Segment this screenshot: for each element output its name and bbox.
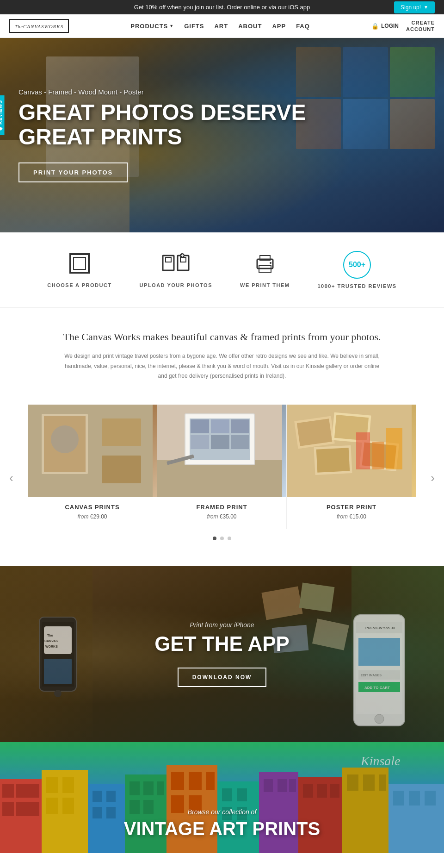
svg-text:ADD TO CART: ADD TO CART [364, 686, 390, 690]
from-label: from [77, 513, 88, 520]
svg-text:CANVAS: CANVAS [44, 639, 58, 643]
svg-rect-62 [261, 586, 302, 620]
from-label: from [337, 513, 348, 520]
dot-1[interactable] [213, 537, 216, 540]
lock-icon: 🔒 [371, 23, 379, 30]
reviews-tab[interactable]: ◆ REVIEWS [0, 95, 5, 135]
svg-rect-53 [356, 622, 402, 714]
product-framed-name: FRAMED PRINT [157, 504, 286, 511]
step-reviews-label: 1000+ TRUSTED REVIEWS [318, 283, 397, 289]
header: TheCANVASWORKS PRODUCTS ▼ GIFTS ART ABOU… [0, 14, 444, 38]
login-label: LOGIN [381, 23, 399, 29]
svg-text:PREVIEW  €65.00: PREVIEW €65.00 [365, 626, 395, 630]
svg-rect-3 [166, 257, 171, 262]
from-label: from [207, 513, 218, 520]
app-content: Print from your iPhone GET THE APP DOWNL… [154, 621, 290, 687]
about-text: We design and print vintage travel poste… [60, 351, 384, 381]
steps-section: CHOOSE A PRODUCT UPLOAD YOUR PHOTOS [0, 232, 444, 308]
hero-title: GREAT PHOTOS DESERVE GREAT PRINTS [18, 100, 342, 150]
art-content: Browse our collection of VINTAGE ART PRI… [124, 808, 320, 839]
svg-rect-43 [287, 405, 412, 497]
hero-subtitle: Canvas - Framed - Wood Mount - Poster [18, 88, 426, 96]
step-reviews: 500+ 1000+ TRUSTED REVIEWS [318, 251, 397, 289]
svg-rect-63 [299, 582, 334, 612]
carousel-dots [0, 529, 444, 548]
app-subtitle: Print from your iPhone [154, 621, 290, 629]
upload-icon [162, 252, 190, 278]
carousel-prev-button[interactable]: ‹ [5, 467, 18, 490]
main-nav: PRODUCTS ▼ GIFTS ART ABOUT APP FAQ [130, 23, 310, 30]
header-right: 🔒 LOGIN CREATEACCOUNT [371, 19, 435, 33]
create-account-link[interactable]: CREATEACCOUNT [406, 19, 435, 33]
nav-faq[interactable]: FAQ [296, 23, 310, 30]
art-section: Kinsale Browse our collection of VINTAGE… [0, 742, 444, 853]
promo-text: Get 10% off when you join our list. Orde… [9, 4, 435, 11]
about-section: The Canvas Works makes beautiful canvas … [0, 308, 444, 395]
signup-button[interactable]: Sign up! ▼ [394, 1, 435, 13]
products-carousel: ‹ CANVAS PRINTS from [0, 395, 444, 566]
carousel-next-button[interactable]: › [426, 467, 439, 490]
art-title: VINTAGE ART PRINTS [124, 818, 320, 839]
signup-label: Sign up! [401, 4, 421, 11]
svg-rect-5 [180, 257, 186, 262]
frame-icon [68, 252, 91, 278]
create-account-label: CREATEACCOUNT [406, 20, 435, 32]
step-upload-label: UPLOAD YOUR PHOTOS [140, 282, 212, 288]
product-framed-print[interactable]: FRAMED PRINT from €35.00 [157, 405, 287, 529]
svg-rect-1 [74, 257, 86, 269]
logo[interactable]: TheCANVASWORKS [9, 19, 69, 33]
svg-text:WORKS: WORKS [45, 645, 58, 648]
about-title: The Canvas Works makes beautiful canvas … [37, 331, 407, 343]
reviews-text: REVIEWS [0, 100, 3, 125]
nav-app[interactable]: APP [272, 23, 286, 30]
step-choose-product: CHOOSE A PRODUCT [47, 252, 111, 288]
nav-about[interactable]: ABOUT [238, 23, 262, 30]
svg-point-46 [54, 690, 62, 697]
hero-content: Canvas - Framed - Wood Mount - Poster GR… [18, 88, 426, 182]
product-canvas-prints[interactable]: CANVAS PRINTS from €29.00 [28, 405, 157, 529]
step-upload-photos: UPLOAD YOUR PHOTOS [140, 252, 212, 288]
svg-rect-18 [28, 405, 153, 497]
svg-rect-51 [44, 659, 72, 684]
nav-gifts[interactable]: GIFTS [184, 23, 204, 30]
reviews-badge: 500+ [343, 251, 371, 279]
price-value: €15.00 [349, 513, 366, 520]
svg-text:EDIT IMAGES: EDIT IMAGES [361, 674, 382, 677]
nav-art[interactable]: ART [214, 23, 228, 30]
svg-point-10 [270, 262, 271, 264]
product-canvas-price: from €29.00 [28, 513, 157, 520]
hero-section: ◆ REVIEWS Canvas - Framed - Wood Mount -… [0, 38, 444, 232]
logo-the: The [15, 24, 23, 29]
svg-point-61 [375, 714, 384, 724]
nav-products[interactable]: PRODUCTS ▼ [130, 23, 174, 30]
top-bar: Get 10% off when you join our list. Orde… [0, 0, 444, 14]
dot-2[interactable] [220, 537, 224, 540]
app-section: The CANVAS WORKS PREVIEW €65.00 EDIT IMA… [0, 566, 444, 742]
login-link[interactable]: 🔒 LOGIN [371, 23, 399, 30]
reviews-label: ◆ [0, 126, 3, 131]
chevron-down-icon: ▼ [169, 24, 174, 28]
printer-icon [253, 252, 277, 278]
price-value: €29.00 [90, 513, 107, 520]
product-poster-name: POSTER PRINT [287, 504, 416, 511]
price-value: €35.00 [220, 513, 237, 520]
svg-rect-56 [358, 638, 400, 666]
logo-main: CANVASWORKS [23, 24, 63, 29]
dot-3[interactable] [228, 537, 231, 540]
step-print: WE PRINT THEM [240, 252, 290, 288]
step-choose-label: CHOOSE A PRODUCT [47, 282, 111, 288]
product-poster-price: from €15.00 [287, 513, 416, 520]
product-canvas-name: CANVAS PRINTS [28, 504, 157, 511]
app-title: GET THE APP [154, 632, 290, 656]
art-subtitle: Browse our collection of [124, 808, 320, 816]
download-app-button[interactable]: DOWNLOAD NOW [178, 668, 267, 687]
svg-text:The: The [47, 634, 53, 637]
print-photos-button[interactable]: PRINT YOUR PHOTOS [18, 162, 128, 182]
chevron-down-icon: ▼ [424, 5, 428, 10]
carousel-inner: CANVAS PRINTS from €29.00 [0, 405, 444, 529]
product-poster-print[interactable]: POSTER PRINT from €15.00 [287, 405, 416, 529]
step-print-label: WE PRINT THEM [240, 282, 290, 288]
svg-rect-30 [157, 405, 282, 497]
product-framed-price: from €35.00 [157, 513, 286, 520]
svg-rect-65 [312, 618, 349, 650]
